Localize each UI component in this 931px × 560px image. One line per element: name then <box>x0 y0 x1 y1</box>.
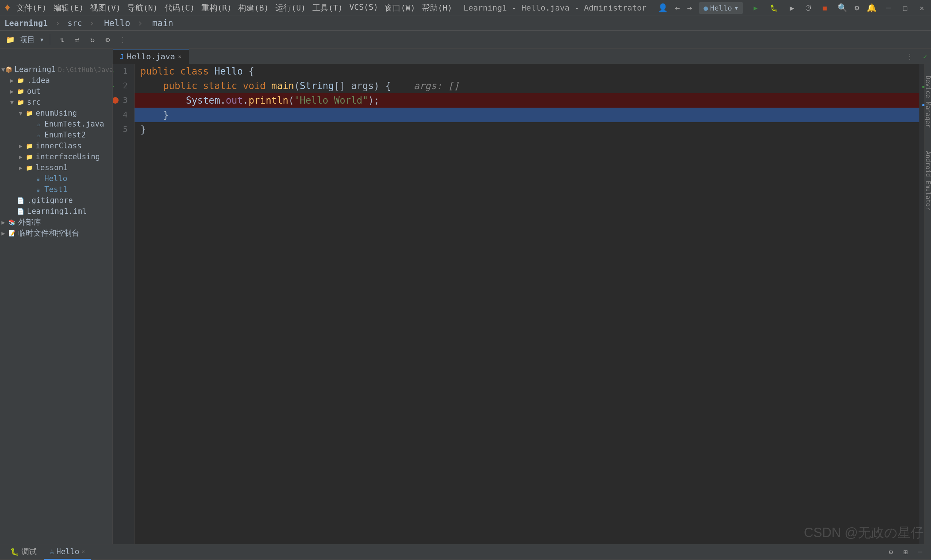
menu-window[interactable]: 窗口(W) <box>385 3 415 14</box>
android-emulator-panel[interactable]: Android Emulator <box>925 146 931 215</box>
more-icon[interactable]: ⋮ <box>117 34 129 45</box>
user-icon[interactable]: 👤 <box>658 3 668 12</box>
test1-run-icon: ☕ <box>34 185 42 194</box>
project-icon[interactable]: 📁 <box>5 34 16 45</box>
project-label[interactable]: 项目 ▾ <box>20 35 44 45</box>
profile-button[interactable]: ⏱ <box>805 4 812 12</box>
settings-toolbar-icon[interactable]: ⚙ <box>102 34 114 45</box>
run-configuration[interactable]: ● Hello ▾ <box>699 2 743 14</box>
menu-build[interactable]: 构建(B) <box>238 3 269 14</box>
editor-area[interactable]: ▶ 1 ▶ 2 3 4 5 public class Hello { <box>113 64 925 544</box>
tree-item-enumtest2[interactable]: ☕ EnumTest2 <box>0 129 112 140</box>
tree-item-innerclass[interactable]: ▶ 📁 innerClass <box>0 140 112 151</box>
tab-close-icon[interactable]: ✕ <box>178 53 182 60</box>
code-line-4: } <box>135 108 919 122</box>
editor-settings-icon[interactable]: ⋮ <box>900 52 919 61</box>
sync-icon[interactable]: ↻ <box>86 34 98 45</box>
debug-icon: 🐛 <box>10 547 19 556</box>
innerclass-folder-icon: 📁 <box>25 142 34 150</box>
debug-minimize-icon[interactable]: ─ <box>914 548 926 556</box>
debug-button[interactable]: 🐛 <box>768 3 779 14</box>
nav-main[interactable]: main <box>150 18 174 28</box>
nav-project[interactable]: Learning1 <box>5 18 48 28</box>
tree-item-test1[interactable]: ☕ Test1 <box>0 184 112 195</box>
tree-item-interfaceusing[interactable]: ▶ 📁 interfaceUsing <box>0 151 112 162</box>
device-manager-panel[interactable]: Device Manager <box>925 71 931 132</box>
tree-item-enumusing[interactable]: ▼ 📁 enumUsing <box>0 108 112 118</box>
maximize-button[interactable]: □ <box>900 3 910 13</box>
menu-edit[interactable]: 编辑(E) <box>54 3 84 14</box>
run-button[interactable]: ▶ <box>750 3 761 14</box>
window-title: Learning1 - Hello.java - Administrator <box>464 3 646 12</box>
tree-item-enumtest[interactable]: ☕ EnumTest.java <box>0 118 112 129</box>
code-line-1: public class Hello { <box>135 64 919 78</box>
ext-lib-icon: 📚 <box>8 218 16 226</box>
menu-file[interactable]: 文件(F) <box>16 3 47 14</box>
line-numbers: ▶ 1 ▶ 2 3 4 5 <box>113 64 135 544</box>
nav-src[interactable]: src <box>68 18 82 28</box>
minimize-button[interactable]: ─ <box>884 3 893 13</box>
editor-tab-bar: J Hello.java ✕ ⋮ ✓ <box>0 49 931 64</box>
settings-icon[interactable]: ⚙ <box>855 3 859 12</box>
code-line-2: public static void main(String[] args) {… <box>135 78 919 93</box>
menu-run[interactable]: 运行(U) <box>275 3 306 14</box>
breakpoint-3[interactable] <box>113 97 118 104</box>
lesson1-folder-icon: 📁 <box>25 164 34 172</box>
editor-tab-hello[interactable]: J Hello.java ✕ <box>113 49 189 64</box>
enum-folder-icon: 📁 <box>25 109 34 117</box>
run-config-dropdown-icon: ▾ <box>734 4 739 12</box>
tree-item-external-lib[interactable]: ▶ 📚 外部库 <box>0 217 112 228</box>
debug-tab-close-icon[interactable]: ✕ <box>82 548 85 555</box>
tree-item-out[interactable]: ▶ 📁 out <box>0 86 112 97</box>
close-button[interactable]: ✕ <box>917 3 926 13</box>
nav-bar: Learning1 › src › Hello › main <box>0 16 931 31</box>
gitignore-file-icon: 📄 <box>17 196 25 205</box>
stop-button[interactable]: ■ <box>819 3 830 14</box>
tree-item-src[interactable]: ▼ 📁 src <box>0 97 112 108</box>
menu-tools[interactable]: 工具(T) <box>312 3 343 14</box>
tab-filename: Hello.java <box>127 52 175 61</box>
menu-code[interactable]: 代码(C) <box>165 3 195 14</box>
tree-item-lesson1[interactable]: ▶ 📁 lesson1 <box>0 162 112 173</box>
menu-refactor[interactable]: 重构(R) <box>202 3 232 14</box>
back-icon[interactable]: ← <box>675 3 680 12</box>
out-folder-icon: 📁 <box>17 87 25 95</box>
tree-arrow-src: ▼ <box>10 99 17 106</box>
run-with-coverage-button[interactable]: ▶ <box>786 3 797 14</box>
tree-item-gitignore[interactable]: 📄 .gitignore <box>0 195 112 206</box>
debug-tabs: 🐛 调试 ☕ Hello ✕ ⚙ ⊞ ─ <box>0 545 931 560</box>
debug-panel: 🐛 调试 ☕ Hello ✕ ⚙ ⊞ ─ ▶ ↷ ↓ ↑ ⊳ = ■ ⊘ 🖨 📌 <box>0 544 931 560</box>
debug-layout-icon[interactable]: ⊞ <box>899 548 912 556</box>
debug-settings-icon[interactable]: ⚙ <box>885 548 897 556</box>
menu-view[interactable]: 视图(V) <box>90 3 121 14</box>
forward-icon[interactable]: → <box>687 3 692 12</box>
tree-item-idea[interactable]: ▶ 📁 .idea <box>0 75 112 86</box>
title-bar-controls: 👤 ← → ● Hello ▾ ▶ 🐛 ▶ ⏱ ■ 🔍 ⚙ 🔔 ─ □ ✕ <box>658 2 926 14</box>
nav-hello[interactable]: Hello <box>102 18 130 28</box>
menu-help[interactable]: 帮助(H) <box>422 3 452 14</box>
menu-nav[interactable]: 导航(N) <box>127 3 158 14</box>
gutter-mark-blue <box>922 104 925 106</box>
iml-file-icon: 📄 <box>17 207 25 215</box>
debug-tab-hello[interactable]: ☕ Hello ✕ <box>44 545 91 560</box>
tree-arrow-interface: ▶ <box>19 154 25 160</box>
debug-tab-main[interactable]: 🐛 调试 <box>5 545 43 560</box>
search-button[interactable]: 🔍 <box>837 3 847 12</box>
tree-arrow-lesson1: ▶ <box>19 165 25 171</box>
tree-item-iml[interactable]: 📄 Learning1.iml <box>0 206 112 217</box>
tree-item-learning1[interactable]: ▼ 📦 Learning1 D:\GitHub\Java\Learning\Le… <box>0 64 112 75</box>
code-content[interactable]: public class Hello { public static void … <box>135 64 919 544</box>
tree-item-scratch[interactable]: ▶ 📝 临时文件和控制台 <box>0 228 112 238</box>
collapse-icon[interactable]: ⇄ <box>71 34 83 45</box>
expand-icon[interactable]: ⇅ <box>56 34 68 45</box>
run-arrow-1[interactable]: ▶ <box>113 64 114 78</box>
editor-tick-icon: ✓ <box>919 52 931 61</box>
menu-vcs[interactable]: VCS(S) <box>349 3 378 14</box>
notifications-icon[interactable]: 🔔 <box>866 3 876 12</box>
idea-folder-icon: 📁 <box>17 76 25 85</box>
tree-item-hello[interactable]: ☕ Hello <box>0 173 112 184</box>
interface-folder-icon: 📁 <box>25 153 34 161</box>
run-arrow-2[interactable]: ▶ <box>113 78 114 93</box>
line-num-2: ▶ 2 <box>113 78 131 93</box>
tree-arrow-learning1: ▼ <box>2 66 5 73</box>
